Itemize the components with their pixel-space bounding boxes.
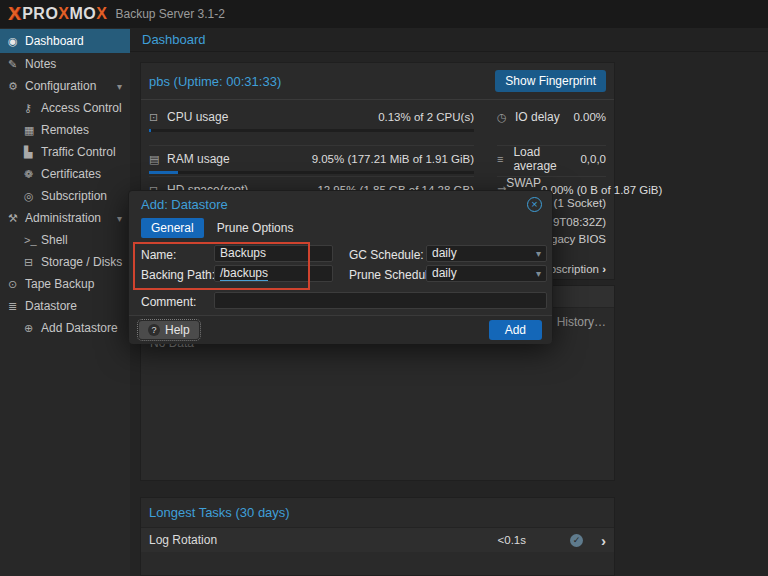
sidebar-item-datastore[interactable]: ≣ Datastore [0,295,130,317]
help-button[interactable]: ? Help [139,321,199,339]
sidebar-item-label: Access Control [41,101,122,115]
sidebar-item-certificates[interactable]: ❁ Certificates [0,163,130,185]
add-datastore-dialog: Add: Datastore × General Prune Options N… [128,190,553,342]
stat-value: 0,0,0 [580,153,606,165]
chevron-down-icon: ▾ [536,266,541,281]
sidebar-item-label: Configuration [25,79,96,93]
dialog-header[interactable]: Add: Datastore × [129,191,552,216]
check-circle-icon: ✓ [570,534,583,547]
comment-field[interactable] [214,292,547,309]
server-status-header: pbs (Uptime: 00:31:33) Show Fingerprint [141,63,614,100]
stat-ram-usage: ▤ RAM usage 9.05% (177.21 MiB of 1.91 Gi… [141,148,482,174]
sidebar-item-label: Add Datastore [41,321,118,335]
stat-io-delay: ◷ IO delay 0.00% [489,106,614,132]
dialog-tabs: General Prune Options [129,216,552,238]
product-version-label: Backup Server 3.1-2 [115,7,224,21]
load-icon: ≡ [497,153,513,165]
gauge-icon: ◉ [8,35,25,48]
name-value: Backups [220,246,266,260]
longest-tasks-title: Longest Tasks (30 days) [149,505,290,520]
sidebar-item-label: Storage / Disks [41,255,122,269]
gc-schedule-value: daily [432,246,457,261]
sidebar-item-remotes[interactable]: ▦ Remotes [0,119,130,141]
close-icon[interactable]: × [527,197,542,212]
sidebar-item-access-control[interactable]: ⚷ Access Control [0,97,130,119]
cpu-icon: ⊡ [149,111,167,124]
prune-schedule-label: Prune Schedule: [349,268,438,282]
sidebar-item-label: Subscription [41,189,107,203]
wrench-icon: ⚒ [8,212,25,225]
stat-value: 0.00% [573,111,606,123]
name-label: Name: [141,248,176,262]
stat-value: 9.05% (177.21 MiB of 1.91 GiB) [312,153,474,165]
sidebar-item-traffic-control[interactable]: ▙ Traffic Control [0,141,130,163]
stat-value: 0.13% of 2 CPU(s) [378,111,474,123]
table-row[interactable]: Log Rotation <0.1s ✓ › [141,527,614,552]
gears-icon: ⚙ [8,80,25,93]
server-uptime-title: pbs (Uptime: 00:31:33) [149,74,281,89]
gc-schedule-select[interactable]: daily ▾ [426,245,547,262]
question-circle-icon: ? [148,324,160,336]
dialog-title: Add: Datastore [141,197,228,212]
terminal-icon: >_ [24,234,41,246]
sidebar-item-configuration[interactable]: ⚙ Configuration ▾ [0,75,130,97]
chevron-right-icon[interactable]: › [601,532,606,549]
key-icon: ⚷ [24,102,41,115]
sidebar-item-tape-backup[interactable]: ⊙ Tape Backup [0,273,130,295]
sidebar-item-subscription[interactable]: ◎ Subscription [0,185,130,207]
stat-cpu-usage: ⊡ CPU usage 0.13% of 2 CPU(s) [141,106,482,132]
show-fingerprint-button[interactable]: Show Fingerprint [495,70,606,92]
tab-prune-options[interactable]: Prune Options [207,218,304,238]
support-icon: ◎ [24,190,41,203]
stat-label: CPU usage [167,110,228,124]
backing-path-value: /backups [220,266,268,281]
backing-path-label: Backing Path: [141,268,215,282]
dialog-footer: ? Help Add [129,315,552,344]
plus-circle-icon: ⊕ [24,322,41,335]
history-link[interactable]: History… [557,315,606,329]
sidebar-item-dashboard[interactable]: ◉ Dashboard [0,29,130,53]
gc-schedule-label: GC Schedule: [349,248,424,262]
comment-label: Comment: [141,295,196,309]
name-field[interactable]: Backups [214,245,333,262]
cpu-progress-bar [149,129,474,132]
logo-text: X [96,5,107,23]
stat-value: 0.00% (0 B of 1.87 GiB) [541,184,662,196]
traffic-chart-icon: ▙ [24,146,41,159]
top-bar: XPROXMOX Backup Server 3.1-2 [0,0,768,28]
hdd-icon: ⊟ [24,256,41,269]
prune-schedule-select[interactable]: daily ▾ [426,265,547,282]
sidebar-item-notes[interactable]: ✎ Notes [0,53,130,75]
logo-text: PRO [22,5,58,23]
breadcrumb: Dashboard [130,28,768,52]
chevron-down-icon[interactable]: ▾ [117,213,122,224]
chevron-down-icon[interactable]: ▾ [117,81,122,92]
sidebar-item-label: Certificates [41,167,101,181]
cpu-sockets-fragment: s (1 Socket) [545,197,606,209]
sidebar-item-label: Traffic Control [41,145,116,159]
sidebar-item-add-datastore[interactable]: ⊕ Add Datastore [0,317,130,339]
sidebar-item-label: Remotes [41,123,89,137]
tab-general[interactable]: General [141,218,204,238]
table-icon: ▦ [24,124,41,137]
memory-icon: ▤ [149,153,167,166]
sidebar-item-shell[interactable]: >_ Shell [0,229,130,251]
sidebar-item-storage-disks[interactable]: ⊟ Storage / Disks [0,251,130,273]
dialog-body: Name: Backups Backing Path: /backups GC … [129,238,552,315]
add-button[interactable]: Add [489,320,542,340]
proxmox-logo: XPROXMOX [8,3,107,25]
prune-schedule-value: daily [432,266,457,281]
longest-tasks-header: Longest Tasks (30 days) [141,498,614,524]
sidebar: ◉ Dashboard ✎ Notes ⚙ Configuration ▾ ⚷ … [0,28,130,576]
sidebar-item-label: Notes [25,57,56,71]
stat-label: IO delay [515,110,560,124]
backing-path-field[interactable]: /backups [214,265,333,282]
help-button-label: Help [165,323,190,337]
sidebar-item-administration[interactable]: ⚒ Administration ▾ [0,207,130,229]
tape-icon: ⊙ [8,278,25,291]
proxmox-x-icon: X [8,3,21,25]
task-duration: <0.1s [498,534,526,546]
task-name: Log Rotation [149,533,498,547]
chevron-right-icon: › [602,263,606,275]
note-icon: ✎ [8,58,25,71]
